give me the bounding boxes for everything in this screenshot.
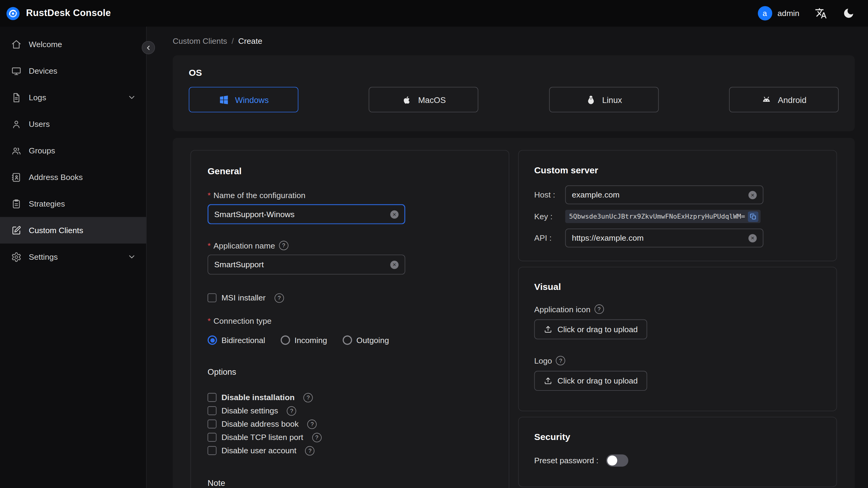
app-name-input[interactable] [214,260,386,269]
apple-icon [401,94,412,105]
app-icon-upload-button[interactable]: Click or drag to upload [534,319,647,339]
sidebar-collapse-button[interactable] [142,41,155,54]
radio-outgoing[interactable]: Outgoing [342,336,389,345]
api-input[interactable] [572,234,744,242]
preset-password-row: Preset password : [534,455,821,466]
help-icon[interactable]: ? [305,446,315,455]
os-button-macos[interactable]: MacOS [369,87,478,112]
sidebar-item-label: Strategies [29,199,65,208]
option-checkbox[interactable] [208,393,216,402]
key-row: Key : 5Qbwsde3unUcJBtrx9ZkvUmwFNoExHzpry… [534,210,821,223]
preset-password-toggle[interactable] [606,455,628,466]
app-name-label: * Application name ? [208,241,492,250]
clear-icon[interactable]: × [748,234,756,242]
os-options: Windows MacOS Linux [189,87,839,112]
app-title: RustDesk Console [26,8,111,19]
help-icon[interactable]: ? [594,304,604,314]
config-name-label: * Name of the configuration [208,191,492,200]
sidebar-item-strategies[interactable]: Strategies [0,190,146,217]
help-icon[interactable]: ? [307,419,317,428]
config-name-input[interactable] [214,210,386,219]
sidebar-item-custom-clients[interactable]: Custom Clients [0,217,146,244]
topbar-actions: a admin [757,6,855,21]
rustdesk-logo-icon [5,6,20,21]
clear-icon[interactable]: × [390,260,398,269]
sidebar-item-label: Logs [29,93,46,102]
dark-mode-icon[interactable] [843,7,855,19]
option-checkbox[interactable] [208,420,216,428]
option-checkbox[interactable] [208,446,216,455]
config-name-field[interactable]: × [208,204,405,224]
os-button-label: Linux [602,95,622,104]
clear-icon[interactable]: × [748,190,756,199]
host-field[interactable]: × [565,185,763,204]
api-label: API : [534,234,565,242]
sidebar-item-settings[interactable]: Settings [0,243,146,270]
security-title: Security [534,432,821,443]
help-icon[interactable]: ? [312,432,321,442]
radio-incoming[interactable]: Incoming [281,336,327,345]
os-button-linux[interactable]: Linux [549,87,659,112]
app-name-field[interactable]: × [208,254,405,274]
breadcrumb-parent[interactable]: Custom Clients [173,36,227,45]
radio-bidirectional[interactable]: Bidirectional [208,336,265,345]
sidebar-item-users[interactable]: Users [0,111,146,138]
api-row: API : × [534,228,821,247]
app-window: RustDesk Console a admin Welcome [0,0,868,488]
brand: RustDesk Console [5,6,111,21]
api-field[interactable]: × [565,228,763,247]
sidebar-item-label: Groups [29,146,55,155]
msi-installer-checkbox[interactable] [208,293,216,302]
visual-title: Visual [534,282,821,292]
sidebar-item-label: Welcome [29,40,62,49]
copy-icon[interactable] [748,211,758,222]
language-icon[interactable] [815,7,827,19]
options-list: Disable installation ? Disable settings … [208,391,492,457]
radio-icon[interactable] [342,336,352,345]
os-button-android[interactable]: Android [729,87,839,112]
strategies-icon [11,199,22,209]
server-key-value: 5Qbwsde3unUcJBtrx9ZkvUmwFNoExHzpryHuPUdq… [565,210,761,223]
custom-server-card: Custom server Host : × Key : 5Qbwsde3unU… [518,150,837,261]
help-icon[interactable]: ? [287,406,296,415]
user-menu[interactable]: a admin [757,6,799,21]
address-book-icon [11,172,22,182]
topbar: RustDesk Console a admin [0,0,868,27]
windows-icon [218,94,229,105]
sidebar-item-devices[interactable]: Devices [0,58,146,84]
help-icon[interactable]: ? [279,241,288,250]
application-icon-label: Application icon ? [534,304,821,314]
radio-icon[interactable] [281,336,290,345]
key-label: Key : [534,212,565,221]
breadcrumb-separator: / [231,36,234,45]
main-content: Custom Clients / Create OS Windows MacOS [147,27,868,488]
option-checkbox[interactable] [208,406,216,415]
help-icon[interactable]: ? [304,393,313,402]
visual-card: Visual Application icon ? Click or drag … [518,267,837,411]
sidebar-item-logs[interactable]: Logs [0,84,146,111]
avatar[interactable]: a [757,6,772,21]
help-icon[interactable]: ? [275,293,284,303]
upload-icon [544,376,552,385]
android-icon [761,94,772,105]
user-name: admin [777,9,799,18]
connection-type-options: Bidirectional Incoming Outgoing [208,336,492,345]
chevron-down-icon [127,93,136,102]
option-disable-address-book: Disable address book ? [208,417,492,431]
os-button-windows[interactable]: Windows [189,87,299,112]
radio-icon[interactable] [208,336,217,345]
logo-upload-button[interactable]: Click or drag to upload [534,371,647,391]
sidebar-item-address-books[interactable]: Address Books [0,164,146,190]
option-checkbox[interactable] [208,433,216,441]
option-disable-user-account: Disable user account ? [208,444,492,457]
host-input[interactable] [572,190,744,199]
sidebar-item-label: Custom Clients [29,226,83,235]
clear-icon[interactable]: × [390,210,398,218]
os-button-label: Windows [235,95,269,104]
general-card: General * Name of the configuration × * … [191,150,509,488]
help-icon[interactable]: ? [556,356,565,365]
os-button-label: Android [778,95,806,104]
sidebar-item-welcome[interactable]: Welcome [0,31,146,58]
groups-icon [11,145,22,156]
sidebar-item-groups[interactable]: Groups [0,138,146,164]
